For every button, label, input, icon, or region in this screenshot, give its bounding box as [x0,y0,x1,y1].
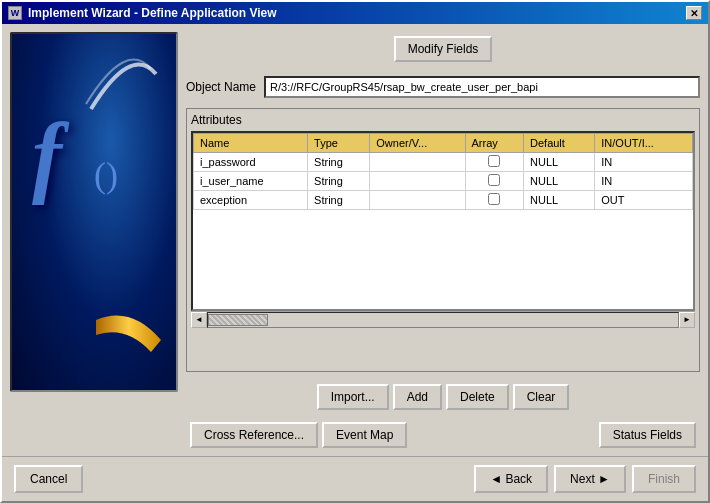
delete-button[interactable]: Delete [446,384,509,410]
content-area: f () [2,24,708,456]
logo-container: f () [12,34,176,390]
cancel-button[interactable]: Cancel [14,465,83,493]
back-button[interactable]: ◄ Back [474,465,548,493]
cell-default: NULL [524,153,595,172]
cell-type: String [308,172,370,191]
array-checkbox[interactable] [488,155,500,167]
bottom-buttons-row: Cross Reference... Event Map Status Fiel… [186,422,700,448]
next-button[interactable]: Next ► [554,465,626,493]
bottom-buttons-left: Cross Reference... Event Map [190,422,407,448]
cell-type: String [308,191,370,210]
cell-inout: IN [595,172,693,191]
table-row[interactable]: i_user_name String NULL IN [194,172,693,191]
main-window: W Implement Wizard - Define Application … [0,0,710,503]
table-header-row: Name Type Owner/V... Array Default IN/OU… [194,134,693,153]
cell-inout: OUT [595,191,693,210]
logo-panel: f () [10,32,178,392]
cell-name: i_user_name [194,172,308,191]
cell-default: NULL [524,172,595,191]
col-header-owner: Owner/V... [370,134,465,153]
modify-fields-button[interactable]: Modify Fields [394,36,493,62]
cell-owner [370,191,465,210]
close-button[interactable]: ✕ [686,6,702,20]
cross-reference-button[interactable]: Cross Reference... [190,422,318,448]
status-fields-button[interactable]: Status Fields [599,422,696,448]
modify-fields-row: Modify Fields [186,32,700,66]
attributes-table-container: Name Type Owner/V... Array Default IN/OU… [191,131,695,311]
scroll-right-button[interactable]: ► [679,312,695,328]
scroll-track[interactable] [207,312,679,328]
import-button[interactable]: Import... [317,384,389,410]
col-header-array: Array [465,134,524,153]
cell-inout: IN [595,153,693,172]
logo-arrow-icon [91,310,171,370]
swoosh-icon [81,54,161,114]
attributes-label: Attributes [191,113,695,127]
window-icon: W [8,6,22,20]
clear-button[interactable]: Clear [513,384,570,410]
cell-owner [370,172,465,191]
col-header-inout: IN/OUT/I... [595,134,693,153]
cell-name: exception [194,191,308,210]
cell-type: String [308,153,370,172]
scroll-left-button[interactable]: ◄ [191,312,207,328]
col-header-type: Type [308,134,370,153]
event-map-button[interactable]: Event Map [322,422,407,448]
attributes-group: Attributes Name Type Owner/V... Array De… [186,108,700,372]
table-row[interactable]: i_password String NULL IN [194,153,693,172]
add-button[interactable]: Add [393,384,442,410]
cell-array[interactable] [465,172,524,191]
footer-left: Cancel [14,465,83,493]
attributes-table: Name Type Owner/V... Array Default IN/OU… [193,133,693,210]
array-checkbox[interactable] [488,193,500,205]
footer-right: ◄ Back Next ► Finish [474,465,696,493]
col-header-default: Default [524,134,595,153]
title-bar-left: W Implement Wizard - Define Application … [8,6,277,20]
footer: Cancel ◄ Back Next ► Finish [2,456,708,501]
finish-button[interactable]: Finish [632,465,696,493]
action-buttons-row: Import... Add Delete Clear [186,380,700,414]
logo-parens: () [94,154,118,196]
object-name-input[interactable] [264,76,700,98]
title-bar: W Implement Wizard - Define Application … [2,2,708,24]
logo-f-letter: f [32,104,62,207]
horizontal-scrollbar[interactable]: ◄ ► [191,311,695,327]
cell-array[interactable] [465,153,524,172]
cell-array[interactable] [465,191,524,210]
object-name-row: Object Name [186,74,700,100]
cell-owner [370,153,465,172]
array-checkbox[interactable] [488,174,500,186]
bottom-buttons-right: Status Fields [599,422,696,448]
col-header-name: Name [194,134,308,153]
object-name-label: Object Name [186,80,256,94]
cell-default: NULL [524,191,595,210]
table-row[interactable]: exception String NULL OUT [194,191,693,210]
right-panel: Modify Fields Object Name Attributes Nam… [186,32,700,448]
cell-name: i_password [194,153,308,172]
table-body: i_password String NULL IN i_user_name St… [194,153,693,210]
window-title: Implement Wizard - Define Application Vi… [28,6,277,20]
scroll-thumb[interactable] [208,314,268,326]
